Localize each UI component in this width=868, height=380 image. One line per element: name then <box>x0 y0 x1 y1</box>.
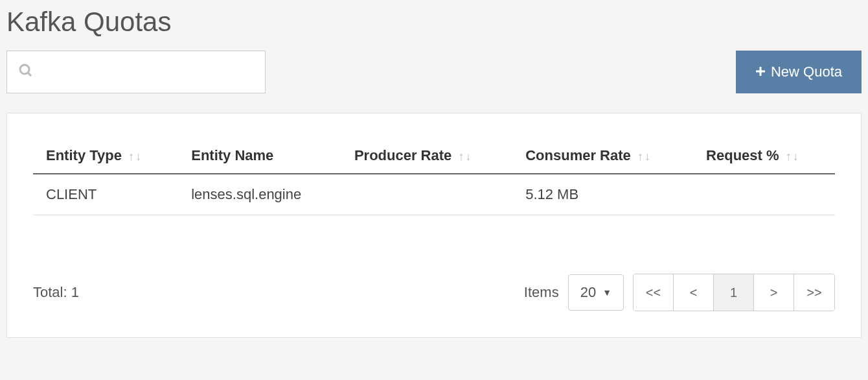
sort-arrows-icon: ↑↓ <box>458 150 471 162</box>
toolbar: New Quota <box>6 51 862 93</box>
quotas-table: Entity Type ↑↓ Entity Name Producer Rate… <box>33 139 835 215</box>
pager: << < 1 > >> <box>633 274 835 311</box>
col-entity-type[interactable]: Entity Type ↑↓ <box>33 139 178 174</box>
col-label: Entity Type <box>46 147 122 163</box>
col-consumer-rate[interactable]: Consumer Rate ↑↓ <box>512 139 693 174</box>
page-size-select[interactable]: 20 ▼ <box>568 274 624 311</box>
cell-entity-name: lenses.sql.engine <box>178 174 341 215</box>
caret-down-icon: ▼ <box>602 287 611 298</box>
col-entity-name[interactable]: Entity Name <box>178 139 341 174</box>
cell-consumer-rate: 5.12 MB <box>512 174 693 215</box>
pagination: Items 20 ▼ << < 1 > >> <box>524 274 835 311</box>
col-label: Consumer Rate <box>525 147 631 163</box>
items-label: Items <box>524 284 559 301</box>
svg-rect-3 <box>756 70 765 72</box>
page-size-value: 20 <box>580 284 596 301</box>
col-producer-rate[interactable]: Producer Rate ↑↓ <box>341 139 512 174</box>
page-title: Kafka Quotas <box>6 6 862 38</box>
search-wrapper <box>6 51 266 93</box>
col-label: Entity Name <box>191 147 273 163</box>
cell-entity-type: CLIENT <box>33 174 178 215</box>
pager-first-button[interactable]: << <box>634 274 674 311</box>
sort-arrows-icon: ↑↓ <box>637 150 650 162</box>
pager-page-button[interactable]: 1 <box>714 274 754 311</box>
total-count: Total: 1 <box>33 284 79 301</box>
new-quota-button[interactable]: New Quota <box>736 51 862 93</box>
plus-icon <box>755 65 766 80</box>
sort-arrows-icon: ↑↓ <box>786 150 799 162</box>
col-request-pct[interactable]: Request % ↑↓ <box>693 139 835 174</box>
table-footer: Total: 1 Items 20 ▼ << < 1 > >> <box>33 274 835 311</box>
pager-last-button[interactable]: >> <box>794 274 834 311</box>
cell-producer-rate <box>341 174 512 215</box>
sort-arrows-icon: ↑↓ <box>128 150 141 162</box>
col-label: Request % <box>706 147 779 163</box>
new-quota-label: New Quota <box>771 64 842 80</box>
search-input[interactable] <box>6 51 266 93</box>
pager-prev-button[interactable]: < <box>674 274 714 311</box>
pager-next-button[interactable]: > <box>754 274 794 311</box>
cell-request-pct <box>693 174 835 215</box>
table-row[interactable]: CLIENT lenses.sql.engine 5.12 MB <box>33 174 835 215</box>
col-label: Producer Rate <box>354 147 451 163</box>
table-panel: Entity Type ↑↓ Entity Name Producer Rate… <box>6 113 862 338</box>
